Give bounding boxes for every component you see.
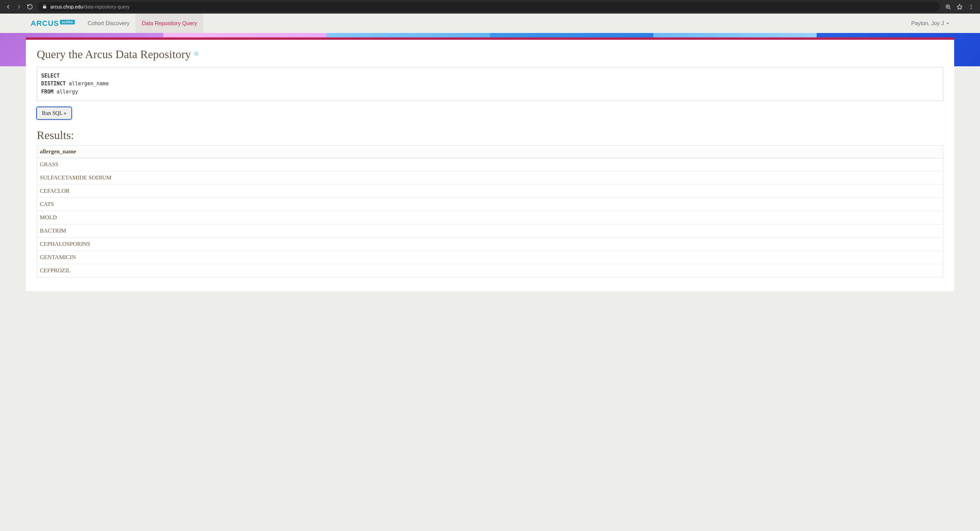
table-row: CEFPROZIL <box>37 264 943 277</box>
table-row: BACTRIM <box>37 224 943 237</box>
results-column-header: allergen_name <box>37 145 943 158</box>
menu-icon[interactable] <box>966 2 976 11</box>
nav-tabs: Cohort DiscoveryData Repository Query <box>82 14 203 33</box>
url-path: /data-repository-query <box>83 4 130 10</box>
table-row: CEFACLOR <box>37 184 943 198</box>
sql-kw-from: FROM <box>41 89 53 95</box>
svg-marker-4 <box>957 5 962 10</box>
site-logo[interactable]: ARCUSALPHA <box>30 14 82 33</box>
svg-point-7 <box>971 8 972 9</box>
table-row: GRASS <box>37 158 943 171</box>
table-row: GENTAMICIN <box>37 250 943 264</box>
forward-button[interactable] <box>14 2 24 11</box>
table-cell: MOLD <box>37 211 943 224</box>
reload-button[interactable] <box>25 2 35 11</box>
table-cell: BACTRIM <box>37 224 943 237</box>
table-cell: GENTAMICIN <box>37 250 943 264</box>
logo-badge: ALPHA <box>60 20 75 24</box>
svg-line-1 <box>949 8 950 9</box>
svg-point-6 <box>971 6 972 8</box>
page-title-text: Query the Arcus Data Repository <box>37 48 191 61</box>
svg-point-5 <box>971 5 972 5</box>
back-button[interactable] <box>3 2 13 11</box>
chrome-right <box>943 2 977 11</box>
table-row: CEPHALOSPORINS <box>37 237 943 250</box>
sql-kw-distinct: DISTINCT <box>41 81 66 87</box>
logo-text: ARCUS <box>30 19 59 28</box>
url-domain: arcus.chop.edu <box>50 4 83 10</box>
svg-text:?: ? <box>196 52 197 55</box>
sql-kw-select: SELECT <box>41 73 60 79</box>
zoom-icon[interactable] <box>943 2 953 11</box>
table-row: MOLD <box>37 211 943 224</box>
sql-editor[interactable]: SELECT DISTINCT allergen_name FROM aller… <box>37 67 943 101</box>
url-bar[interactable]: arcus.chop.edu/data-repository-query <box>37 2 940 12</box>
results-table: allergen_name GRASSSULFACETAMIDE SODIUMC… <box>37 145 943 277</box>
url-text: arcus.chop.edu/data-repository-query <box>50 4 935 10</box>
table-cell: GRASS <box>37 158 943 171</box>
lock-icon <box>42 4 47 10</box>
site-header: ARCUSALPHA Cohort DiscoveryData Reposito… <box>0 14 980 33</box>
sql-col: allergen_name <box>66 81 108 87</box>
nav-buttons <box>3 2 35 11</box>
table-cell: CEFPROZIL <box>37 264 943 277</box>
user-menu[interactable]: Payton, Joy J <box>911 14 980 33</box>
chevron-down-icon <box>946 21 950 27</box>
star-icon[interactable] <box>955 2 964 11</box>
nav-tab-data-repository-query[interactable]: Data Repository Query <box>135 14 203 33</box>
table-cell: SULFACETAMIDE SODIUM <box>37 171 943 184</box>
user-name: Payton, Joy J <box>911 21 944 27</box>
run-sql-button[interactable]: Run SQL » <box>37 107 72 119</box>
main-card: Query the Arcus Data Repository ? SELECT… <box>26 37 954 291</box>
svg-marker-8 <box>947 23 949 24</box>
browser-chrome: arcus.chop.edu/data-repository-query <box>0 0 980 14</box>
nav-tab-cohort-discovery[interactable]: Cohort Discovery <box>82 14 136 33</box>
table-row: CATS <box>37 198 943 211</box>
table-row: SULFACETAMIDE SODIUM <box>37 171 943 184</box>
page-title: Query the Arcus Data Repository ? <box>37 48 943 61</box>
table-cell: CEFACLOR <box>37 184 943 198</box>
help-icon[interactable]: ? <box>194 51 199 58</box>
results-heading: Results: <box>37 129 943 142</box>
table-cell: CEPHALOSPORINS <box>37 237 943 250</box>
table-cell: CATS <box>37 198 943 211</box>
sql-table: allergy <box>53 89 78 95</box>
